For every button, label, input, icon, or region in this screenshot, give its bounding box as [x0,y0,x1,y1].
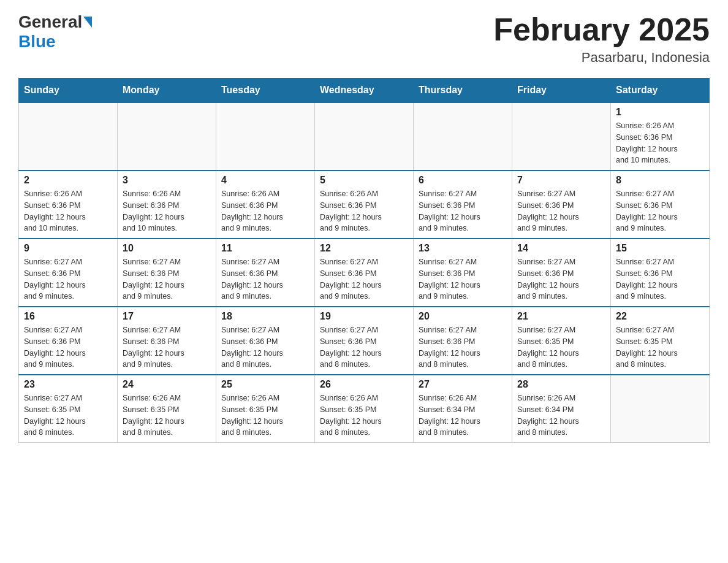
day-info: Sunrise: 6:27 AMSunset: 6:35 PMDaylight:… [616,324,704,370]
calendar-cell: 3Sunrise: 6:26 AMSunset: 6:36 PMDaylight… [118,170,216,239]
logo-blue-text: Blue [18,32,56,52]
calendar-cell [611,375,710,443]
day-number: 18 [221,311,309,322]
day-of-week-header: Tuesday [216,79,315,103]
location-title: Pasarbaru, Indonesia [493,50,710,66]
calendar-cell: 27Sunrise: 6:26 AMSunset: 6:34 PMDayligh… [414,375,512,443]
day-info: Sunrise: 6:27 AMSunset: 6:36 PMDaylight:… [24,256,112,302]
day-info: Sunrise: 6:27 AMSunset: 6:36 PMDaylight:… [616,188,704,234]
calendar-cell: 23Sunrise: 6:27 AMSunset: 6:35 PMDayligh… [19,375,118,443]
day-number: 13 [419,243,507,254]
day-number: 3 [123,175,211,186]
day-number: 26 [320,379,408,390]
calendar-cell: 2Sunrise: 6:26 AMSunset: 6:36 PMDaylight… [19,170,118,239]
day-number: 27 [419,379,507,390]
calendar-header-row: SundayMondayTuesdayWednesdayThursdayFrid… [19,79,710,103]
day-number: 8 [616,175,704,186]
calendar-cell: 7Sunrise: 6:27 AMSunset: 6:36 PMDaylight… [512,170,611,239]
day-number: 24 [123,379,211,390]
day-info: Sunrise: 6:26 AMSunset: 6:36 PMDaylight:… [221,188,309,234]
calendar-cell [19,102,118,170]
calendar-cell: 13Sunrise: 6:27 AMSunset: 6:36 PMDayligh… [414,239,512,307]
day-number: 12 [320,243,408,254]
calendar-cell [118,102,216,170]
calendar-cell: 9Sunrise: 6:27 AMSunset: 6:36 PMDaylight… [19,239,118,307]
day-number: 7 [517,175,605,186]
day-info: Sunrise: 6:27 AMSunset: 6:35 PMDaylight:… [517,324,605,370]
calendar-cell: 6Sunrise: 6:27 AMSunset: 6:36 PMDaylight… [414,170,512,239]
month-title: February 2025 [493,12,710,47]
calendar-cell: 10Sunrise: 6:27 AMSunset: 6:36 PMDayligh… [118,239,216,307]
calendar-cell: 5Sunrise: 6:26 AMSunset: 6:36 PMDaylight… [315,170,414,239]
logo: General Blue [18,12,93,52]
day-info: Sunrise: 6:26 AMSunset: 6:36 PMDaylight:… [616,120,704,166]
day-number: 17 [123,311,211,322]
calendar-cell: 19Sunrise: 6:27 AMSunset: 6:36 PMDayligh… [315,307,414,375]
day-number: 23 [24,379,112,390]
day-info: Sunrise: 6:27 AMSunset: 6:36 PMDaylight:… [320,324,408,370]
calendar-cell: 17Sunrise: 6:27 AMSunset: 6:36 PMDayligh… [118,307,216,375]
day-info: Sunrise: 6:27 AMSunset: 6:36 PMDaylight:… [24,324,112,370]
calendar-cell: 8Sunrise: 6:27 AMSunset: 6:36 PMDaylight… [611,170,710,239]
calendar-week-row: 2Sunrise: 6:26 AMSunset: 6:36 PMDaylight… [19,170,710,239]
calendar-cell: 18Sunrise: 6:27 AMSunset: 6:36 PMDayligh… [216,307,315,375]
title-section: February 2025 Pasarbaru, Indonesia [493,12,710,66]
day-info: Sunrise: 6:27 AMSunset: 6:35 PMDaylight:… [24,393,112,439]
day-of-week-header: Friday [512,79,611,103]
day-info: Sunrise: 6:26 AMSunset: 6:35 PMDaylight:… [221,393,309,439]
day-info: Sunrise: 6:27 AMSunset: 6:36 PMDaylight:… [320,256,408,302]
day-number: 4 [221,175,309,186]
day-info: Sunrise: 6:27 AMSunset: 6:36 PMDaylight:… [517,188,605,234]
calendar-cell: 22Sunrise: 6:27 AMSunset: 6:35 PMDayligh… [611,307,710,375]
calendar-table: SundayMondayTuesdayWednesdayThursdayFrid… [18,78,710,443]
day-number: 9 [24,243,112,254]
day-of-week-header: Thursday [414,79,512,103]
day-number: 21 [517,311,605,322]
day-info: Sunrise: 6:26 AMSunset: 6:35 PMDaylight:… [123,393,211,439]
day-info: Sunrise: 6:27 AMSunset: 6:36 PMDaylight:… [419,256,507,302]
day-number: 16 [24,311,112,322]
day-of-week-header: Wednesday [315,79,414,103]
calendar-cell: 12Sunrise: 6:27 AMSunset: 6:36 PMDayligh… [315,239,414,307]
day-number: 10 [123,243,211,254]
day-number: 25 [221,379,309,390]
day-number: 19 [320,311,408,322]
day-number: 6 [419,175,507,186]
day-info: Sunrise: 6:26 AMSunset: 6:34 PMDaylight:… [419,393,507,439]
day-info: Sunrise: 6:26 AMSunset: 6:34 PMDaylight:… [517,393,605,439]
day-of-week-header: Saturday [611,79,710,103]
calendar-cell: 4Sunrise: 6:26 AMSunset: 6:36 PMDaylight… [216,170,315,239]
day-info: Sunrise: 6:27 AMSunset: 6:36 PMDaylight:… [123,324,211,370]
logo-general-text: General [18,12,82,32]
calendar-cell: 20Sunrise: 6:27 AMSunset: 6:36 PMDayligh… [414,307,512,375]
day-number: 5 [320,175,408,186]
day-number: 28 [517,379,605,390]
day-info: Sunrise: 6:27 AMSunset: 6:36 PMDaylight:… [517,256,605,302]
calendar-cell [414,102,512,170]
day-of-week-header: Monday [118,79,216,103]
day-number: 2 [24,175,112,186]
day-info: Sunrise: 6:27 AMSunset: 6:36 PMDaylight:… [419,324,507,370]
calendar-cell [512,102,611,170]
day-number: 22 [616,311,704,322]
day-number: 11 [221,243,309,254]
day-number: 14 [517,243,605,254]
calendar-week-row: 16Sunrise: 6:27 AMSunset: 6:36 PMDayligh… [19,307,710,375]
day-info: Sunrise: 6:27 AMSunset: 6:36 PMDaylight:… [221,324,309,370]
logo-arrow-icon [83,17,92,28]
day-number: 1 [616,107,704,118]
day-info: Sunrise: 6:26 AMSunset: 6:35 PMDaylight:… [320,393,408,439]
page-header: General Blue February 2025 Pasarbaru, In… [18,12,710,66]
day-info: Sunrise: 6:27 AMSunset: 6:36 PMDaylight:… [123,256,211,302]
calendar-cell [216,102,315,170]
calendar-cell: 14Sunrise: 6:27 AMSunset: 6:36 PMDayligh… [512,239,611,307]
day-info: Sunrise: 6:27 AMSunset: 6:36 PMDaylight:… [616,256,704,302]
calendar-week-row: 23Sunrise: 6:27 AMSunset: 6:35 PMDayligh… [19,375,710,443]
day-info: Sunrise: 6:26 AMSunset: 6:36 PMDaylight:… [24,188,112,234]
day-number: 20 [419,311,507,322]
calendar-cell: 24Sunrise: 6:26 AMSunset: 6:35 PMDayligh… [118,375,216,443]
day-info: Sunrise: 6:26 AMSunset: 6:36 PMDaylight:… [320,188,408,234]
calendar-cell: 28Sunrise: 6:26 AMSunset: 6:34 PMDayligh… [512,375,611,443]
calendar-cell: 15Sunrise: 6:27 AMSunset: 6:36 PMDayligh… [611,239,710,307]
calendar-week-row: 1Sunrise: 6:26 AMSunset: 6:36 PMDaylight… [19,102,710,170]
